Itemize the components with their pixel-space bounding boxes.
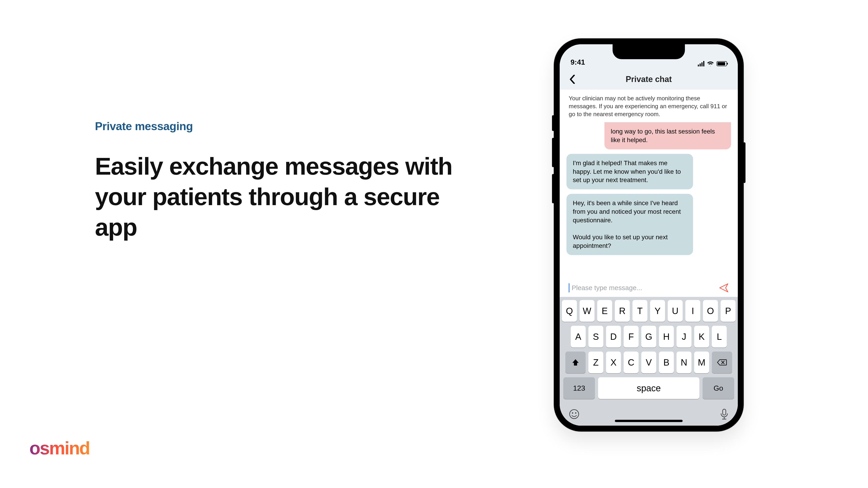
keyboard-letter-key[interactable]: I bbox=[685, 300, 700, 322]
keyboard-letter-key[interactable]: C bbox=[624, 352, 639, 373]
keyboard-letter-key[interactable]: E bbox=[597, 300, 612, 322]
feature-headline: Easily exchange messages with your patie… bbox=[95, 151, 479, 242]
keyboard-space-key[interactable]: space bbox=[598, 377, 700, 399]
keyboard-letter-key[interactable]: V bbox=[641, 352, 656, 373]
keyboard-letter-key[interactable]: B bbox=[659, 352, 674, 373]
keyboard-letter-key[interactable]: J bbox=[677, 326, 691, 348]
emergency-disclaimer: Your clinician may not be actively monit… bbox=[560, 90, 738, 122]
back-button[interactable] bbox=[566, 74, 578, 85]
backspace-icon bbox=[717, 359, 727, 366]
keyboard-letter-key[interactable]: Q bbox=[562, 300, 577, 322]
compose-row: Please type message... bbox=[560, 279, 738, 297]
chat-title: Private chat bbox=[626, 74, 672, 84]
feature-eyebrow: Private messaging bbox=[95, 120, 479, 133]
chevron-left-icon bbox=[569, 75, 575, 84]
microphone-icon[interactable] bbox=[720, 408, 729, 420]
cellular-signal-icon bbox=[698, 61, 704, 66]
send-icon[interactable] bbox=[719, 283, 729, 293]
keyboard-letter-key[interactable]: Y bbox=[650, 300, 665, 322]
keyboard-letter-key[interactable]: L bbox=[712, 326, 727, 348]
keyboard-letter-key[interactable]: G bbox=[641, 326, 656, 348]
keyboard-letter-key[interactable]: N bbox=[677, 352, 691, 373]
chat-message-received: I'm glad it helped! That makes me happy.… bbox=[566, 154, 693, 189]
keyboard-letter-key[interactable]: F bbox=[624, 326, 639, 348]
keyboard-letter-key[interactable]: H bbox=[659, 326, 674, 348]
fn-key[interactable] bbox=[565, 352, 586, 373]
keyboard-letter-key[interactable]: M bbox=[694, 352, 709, 373]
svg-point-1 bbox=[572, 412, 573, 414]
status-time: 9:41 bbox=[570, 58, 585, 66]
home-indicator[interactable] bbox=[615, 420, 683, 422]
message-input[interactable]: Please type message... bbox=[569, 283, 714, 292]
keyboard-letter-key[interactable]: S bbox=[588, 326, 603, 348]
phone-frame: 9:41 Private chat Your clinician may not… bbox=[554, 38, 744, 431]
keyboard-letter-key[interactable]: A bbox=[571, 326, 586, 348]
fn-key[interactable] bbox=[712, 352, 732, 373]
svg-rect-3 bbox=[723, 409, 726, 415]
shift-icon bbox=[571, 358, 580, 366]
keyboard-go-key[interactable]: Go bbox=[703, 377, 734, 399]
battery-icon bbox=[717, 61, 727, 66]
keyboard-letter-key[interactable]: U bbox=[668, 300, 683, 322]
wifi-icon bbox=[707, 61, 714, 66]
keyboard-letter-key[interactable]: R bbox=[615, 300, 630, 322]
emoji-icon[interactable] bbox=[569, 409, 580, 420]
chat-message-sent: long way to go, this last session feels … bbox=[604, 122, 731, 149]
keyboard-letter-key[interactable]: P bbox=[721, 300, 736, 322]
soft-keyboard: QWERTYUIOP ASDFGHJKL ZXCVBNM 123 space G… bbox=[560, 297, 738, 426]
keyboard-numbers-key[interactable]: 123 bbox=[563, 377, 595, 399]
keyboard-letter-key[interactable]: X bbox=[606, 352, 621, 373]
keyboard-letter-key[interactable]: K bbox=[694, 326, 709, 348]
keyboard-letter-key[interactable]: T bbox=[632, 300, 647, 322]
keyboard-letter-key[interactable]: O bbox=[703, 300, 718, 322]
svg-point-0 bbox=[569, 410, 579, 419]
keyboard-letter-key[interactable]: W bbox=[580, 300, 594, 322]
chat-message-received: Hey, it's been a while since I've heard … bbox=[566, 194, 693, 255]
keyboard-letter-key[interactable]: Z bbox=[588, 352, 603, 373]
brand-logo: osmind bbox=[29, 438, 90, 459]
keyboard-letter-key[interactable]: D bbox=[606, 326, 621, 348]
svg-point-2 bbox=[575, 412, 577, 414]
phone-notch bbox=[613, 44, 685, 59]
chat-nav-header: Private chat bbox=[560, 69, 738, 90]
